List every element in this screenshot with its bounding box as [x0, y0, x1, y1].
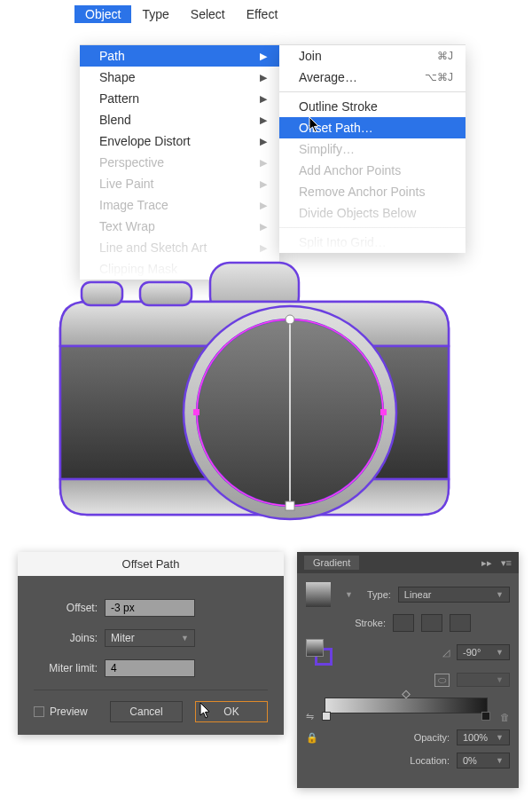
submenu-arrow-icon: ▶	[260, 221, 267, 233]
trash-icon[interactable]: 🗑	[500, 712, 510, 722]
menubar-object[interactable]: Object	[74, 5, 131, 23]
menu-item-label: Offset Path…	[299, 121, 373, 135]
menu-item-label: Outline Stroke	[299, 99, 378, 114]
panel-menu-icon[interactable]: ▾≡	[501, 557, 512, 569]
aspect-input[interactable]	[457, 673, 510, 687]
opacity-input[interactable]: 100%	[457, 729, 510, 745]
menu-perspective[interactable]: Perspective▶	[80, 152, 279, 173]
submenu-arrow-icon: ▶	[260, 178, 267, 190]
stroke-label: Stroke:	[347, 618, 386, 628]
opacity-value: 100%	[463, 732, 488, 743]
menubar-select[interactable]: Select	[180, 5, 236, 23]
menu-item-label: Text Wrap	[99, 219, 155, 233]
chevron-down-icon	[496, 648, 504, 657]
menu-item-label: Divide Objects Below	[299, 206, 416, 220]
preview-checkbox[interactable]	[34, 706, 44, 717]
panel-gradient: Gradient ▸▸ ▾≡ Type: Linear Stroke:	[297, 552, 519, 788]
menu-item-label: Shape	[99, 70, 135, 84]
joins-dropdown[interactable]: Miter	[105, 629, 195, 647]
miter-input[interactable]	[105, 659, 195, 677]
svg-rect-10	[286, 501, 294, 510]
menu-path[interactable]: Path▶	[80, 45, 279, 67]
location-input[interactable]: 0%	[457, 753, 510, 769]
menu-split-grid[interactable]: Split Into Grid…	[279, 232, 466, 253]
dialog-title: Offset Path	[18, 552, 284, 576]
stroke-type-3[interactable]	[450, 614, 471, 632]
menu-add-anchor[interactable]: Add Anchor Points	[279, 160, 466, 181]
gradient-swatch[interactable]	[306, 582, 331, 607]
shortcut: ⌥⌘J	[425, 71, 453, 83]
stroke-type-1[interactable]	[393, 614, 414, 632]
menu-item-label: Remove Anchor Points	[299, 185, 425, 199]
menu-line-sketch[interactable]: Line and Sketch Art▶	[80, 237, 279, 258]
menu-average[interactable]: Average…⌥⌘J	[279, 67, 466, 88]
offset-input[interactable]	[105, 599, 195, 617]
location-label: Location:	[410, 755, 450, 766]
shortcut: ⌘J	[437, 50, 453, 62]
collapse-icon[interactable]: ▸▸	[481, 557, 492, 569]
menu-image-trace[interactable]: Image Trace▶	[80, 194, 279, 216]
fill-stroke-selector[interactable]	[306, 639, 332, 666]
menubar-effect[interactable]: Effect	[236, 5, 289, 23]
dialog-offset-path: Offset Path Offset: Joins: Miter Miter l…	[18, 552, 284, 735]
menu-item-label: Line and Sketch Art	[99, 240, 207, 255]
link-icon[interactable]: 🔒	[306, 732, 318, 744]
reverse-gradient-icon[interactable]: ⇋	[306, 711, 314, 722]
angle-input[interactable]: -90°	[457, 644, 510, 660]
joins-value: Miter	[111, 632, 135, 644]
submenu-arrow-icon: ▶	[260, 136, 267, 147]
menu-divide-below[interactable]: Divide Objects Below	[279, 202, 466, 224]
midpoint-stop[interactable]	[402, 690, 411, 699]
gradient-stop-left[interactable]	[322, 712, 331, 721]
menu-item-label: Pattern	[99, 91, 139, 106]
submenu-arrow-icon: ▶	[260, 51, 267, 62]
location-value: 0%	[463, 755, 477, 766]
menu-blend[interactable]: Blend▶	[80, 109, 279, 130]
panel-tab-gradient[interactable]: Gradient	[304, 556, 359, 570]
menu-item-label: Simplify…	[299, 142, 355, 156]
menu-pattern[interactable]: Pattern▶	[80, 88, 279, 109]
chevron-down-icon	[496, 675, 504, 684]
miter-label: Miter limit:	[34, 662, 105, 674]
joins-label: Joins:	[34, 632, 105, 644]
menu-item-label: Path	[99, 49, 125, 63]
svg-rect-3	[82, 282, 122, 305]
artboard-camera	[55, 257, 454, 515]
angle-icon: ◿	[442, 647, 450, 658]
chevron-down-icon[interactable]	[345, 590, 353, 599]
cancel-button[interactable]: Cancel	[110, 701, 183, 722]
type-dropdown[interactable]: Linear	[398, 587, 510, 603]
menu-item-label: Average…	[299, 70, 357, 84]
chevron-down-icon	[181, 634, 189, 642]
menu-shape[interactable]: Shape▶	[80, 67, 279, 88]
chevron-down-icon	[496, 590, 504, 599]
menu-offset-path[interactable]: Offset Path…	[279, 117, 466, 138]
ok-button[interactable]: OK	[195, 701, 268, 722]
menubar-type[interactable]: Type	[131, 5, 179, 23]
cursor-icon	[200, 703, 212, 719]
type-value: Linear	[404, 589, 432, 600]
submenu-arrow-icon: ▶	[260, 242, 267, 254]
object-menu: Path▶ Shape▶ Pattern▶ Blend▶ Envelope Di…	[80, 44, 279, 280]
menu-outline-stroke[interactable]: Outline Stroke	[279, 96, 466, 117]
menu-separator	[279, 91, 466, 92]
preview-label: Preview	[50, 705, 88, 718]
menu-simplify[interactable]: Simplify…	[279, 138, 466, 160]
menu-remove-anchor[interactable]: Remove Anchor Points	[279, 181, 466, 202]
menu-text-wrap[interactable]: Text Wrap▶	[80, 216, 279, 237]
offset-label: Offset:	[34, 602, 105, 614]
path-submenu: Join⌘J Average…⌥⌘J Outline Stroke Offset…	[279, 44, 466, 253]
menubar: Object Type Select Effect	[74, 5, 288, 23]
menu-item-label: Live Paint	[99, 177, 153, 191]
menu-envelope-distort[interactable]: Envelope Distort▶	[80, 130, 279, 152]
chevron-down-icon	[496, 756, 504, 765]
gradient-ramp[interactable]	[325, 698, 488, 713]
stroke-type-2[interactable]	[421, 614, 442, 632]
submenu-arrow-icon: ▶	[260, 157, 267, 169]
svg-point-9	[286, 315, 294, 324]
type-label: Type:	[367, 589, 391, 600]
submenu-arrow-icon: ▶	[260, 200, 267, 211]
menu-live-paint[interactable]: Live Paint▶	[80, 173, 279, 194]
menu-join[interactable]: Join⌘J	[279, 45, 466, 67]
gradient-stop-right[interactable]	[481, 712, 490, 721]
